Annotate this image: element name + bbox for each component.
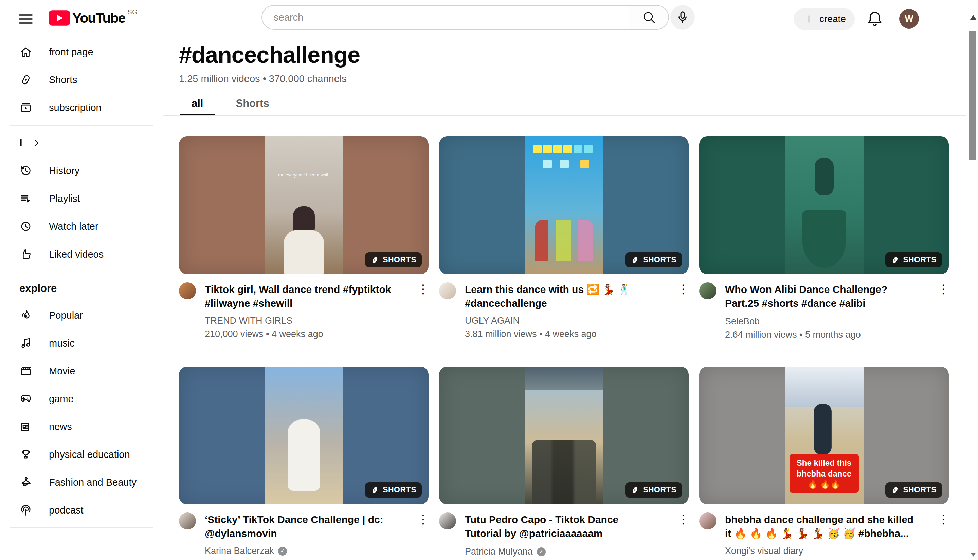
shorts-badge-icon [631, 486, 639, 495]
sidebar-item-news[interactable]: news [0, 413, 163, 440]
scrollbar-down-arrow-icon[interactable] [971, 553, 976, 557]
channel-row[interactable]: SeleBob [725, 316, 917, 327]
watch-later-icon [19, 220, 32, 233]
notifications-button[interactable] [865, 10, 884, 28]
channel-avatar[interactable] [699, 512, 716, 530]
shorts-badge: SHORTS [365, 252, 422, 267]
sidebar-item-popular[interactable]: Popular [0, 302, 163, 329]
sidebar-item-subscription[interactable]: subscription [0, 94, 163, 122]
video-thumbnail[interactable]: SHORTS [439, 137, 689, 274]
video-card: SHORTS Tutu Pedro Capo - Tiktok Dance Tu… [439, 367, 689, 560]
video-meta: Tutu Pedro Capo - Tiktok Dance Tutorial … [439, 512, 689, 557]
video-meta: Who Won Alibi Dance Challenge? Part.25 #… [699, 282, 949, 340]
channel-avatar[interactable] [699, 282, 716, 299]
shorts-badge-icon [631, 255, 639, 264]
shorts-badge: SHORTS [625, 482, 682, 498]
channel-name[interactable]: Karina Balcerzak [205, 546, 274, 556]
channel-name[interactable]: UGLY AGAIN [465, 316, 519, 326]
hamburger-menu-button[interactable] [17, 10, 35, 28]
channel-name[interactable]: SeleBob [725, 316, 759, 327]
channel-row[interactable]: Karina Balcerzak [205, 546, 397, 556]
video-meta: Learn this dance with us 🔁 💃 🕺 #dancecha… [439, 282, 689, 339]
sidebar-item-label: Shorts [49, 74, 77, 85]
gaming-controller-icon [19, 392, 32, 405]
shorts-badge-label: SHORTS [383, 485, 416, 495]
search-input[interactable] [273, 12, 612, 23]
verified-badge-icon [278, 547, 287, 556]
channel-avatar[interactable] [439, 282, 456, 299]
video-thumbnail[interactable]: SHORTS [699, 137, 949, 274]
scrollbar-thumb[interactable] [969, 31, 976, 160]
create-button[interactable]: create [794, 8, 855, 30]
search-input-wrap[interactable] [262, 5, 629, 30]
channel-name[interactable]: Patricia Mulyana [465, 547, 533, 557]
channel-name[interactable]: Xongi's visual diary [725, 546, 803, 556]
thumbs-up-icon [19, 248, 32, 261]
playlist-icon [19, 192, 32, 205]
voice-search-button[interactable] [670, 5, 695, 30]
search-button[interactable] [629, 5, 669, 30]
channel-row[interactable]: Xongi's visual diary [725, 546, 917, 556]
video-card: SHORTS ‘Sticky’ TikTok Dance Challenge |… [179, 367, 429, 560]
video-options-kebab-icon[interactable] [677, 282, 689, 339]
sidebar-item-game[interactable]: game [0, 385, 163, 413]
verified-badge-icon [537, 547, 546, 556]
tab-all[interactable]: all [180, 92, 215, 115]
sidebar-item-label: game [49, 393, 74, 405]
video-options-kebab-icon[interactable] [417, 282, 429, 339]
video-title[interactable]: Who Won Alibi Dance Challenge? Part.25 #… [725, 282, 917, 311]
channel-avatar[interactable] [179, 512, 196, 530]
sidebar-item-history[interactable]: History [0, 157, 163, 185]
sidebar-item-fashion-and-beauty[interactable]: Fashion and Beauty [0, 468, 163, 496]
account-avatar[interactable]: W [899, 9, 919, 28]
sidebar-item-label: Playlist [49, 193, 80, 204]
video-views-and-age: 2.64 million views • 5 months ago [725, 330, 917, 340]
sidebar-item-playlist[interactable]: Playlist [0, 185, 163, 212]
explore-section-header: explore [0, 276, 163, 302]
sidebar-you-section[interactable]: I [0, 129, 163, 157]
video-options-kebab-icon[interactable] [937, 282, 949, 340]
video-options-kebab-icon[interactable] [417, 512, 429, 556]
video-title[interactable]: ‘Sticky’ TikTok Dance Challenge | dc: @d… [205, 512, 397, 540]
channel-row[interactable]: TREND WITH GIRLS [205, 316, 397, 326]
channel-row[interactable]: UGLY AGAIN [465, 316, 657, 326]
sidebar-item-front-page[interactable]: front page [0, 38, 163, 66]
plus-icon [803, 13, 815, 25]
sidebar-item-liked-videos[interactable]: Liked videos [0, 240, 163, 268]
page-scrollbar[interactable] [968, 0, 978, 560]
video-thumbnail[interactable]: She killed this bhebha dance 🔥 🔥🔥 SHORTS [699, 367, 949, 504]
video-options-kebab-icon[interactable] [937, 512, 949, 556]
video-title[interactable]: bhebha dance challenge and she killed it… [725, 512, 917, 540]
you-section-label: I [19, 137, 22, 149]
video-thumbnail[interactable]: SHORTS [179, 367, 429, 504]
sidebar-item-movie[interactable]: Movie [0, 357, 163, 385]
avatar-initial: W [905, 13, 913, 24]
video-title[interactable]: Learn this dance with us 🔁 💃 🕺 #dancecha… [465, 282, 657, 310]
hashtag-stats: 1.25 million videos • 370,000 channels [179, 73, 347, 85]
channel-avatar[interactable] [439, 512, 456, 530]
youtube-logo[interactable]: YouTube SG [48, 10, 137, 26]
sidebar-divider [10, 527, 154, 528]
sidebar-item-shorts[interactable]: Shorts [0, 66, 163, 94]
channel-avatar[interactable] [179, 282, 196, 299]
sidebar-item-music[interactable]: music [0, 329, 163, 357]
video-thumbnail[interactable]: SHORTS [439, 367, 689, 504]
video-title[interactable]: Tiktok girl, Wall dance trend #fyptiktok… [205, 282, 397, 310]
video-card: SHORTS Learn this dance with us 🔁 💃 🕺 #d… [439, 137, 689, 367]
sidebar-item-physical-education[interactable]: physical education [0, 440, 163, 468]
sidebar-item-podcast[interactable]: podcast [0, 496, 163, 524]
main-content: #dancechallenge 1.25 million videos • 37… [163, 38, 968, 560]
sidebar-item-label: podcast [49, 505, 83, 516]
video-thumbnail[interactable]: me everytime I see a wall. SHORTS [179, 137, 429, 274]
sidebar-item-label: Liked videos [49, 249, 103, 260]
channel-row[interactable]: Patricia Mulyana [465, 547, 657, 557]
youtube-logo-text: YouTube [72, 10, 125, 26]
tab-shorts[interactable]: Shorts [224, 92, 280, 115]
channel-name[interactable]: TREND WITH GIRLS [205, 316, 292, 326]
video-options-kebab-icon[interactable] [677, 512, 689, 557]
search-bar [262, 5, 669, 30]
video-title[interactable]: Tutu Pedro Capo - Tiktok Dance Tutorial … [465, 512, 657, 541]
sidebar-item-watch-later[interactable]: Watch later [0, 212, 163, 240]
scrollbar-up-arrow-icon[interactable] [970, 15, 976, 20]
shorts-badge-label: SHORTS [643, 255, 676, 264]
